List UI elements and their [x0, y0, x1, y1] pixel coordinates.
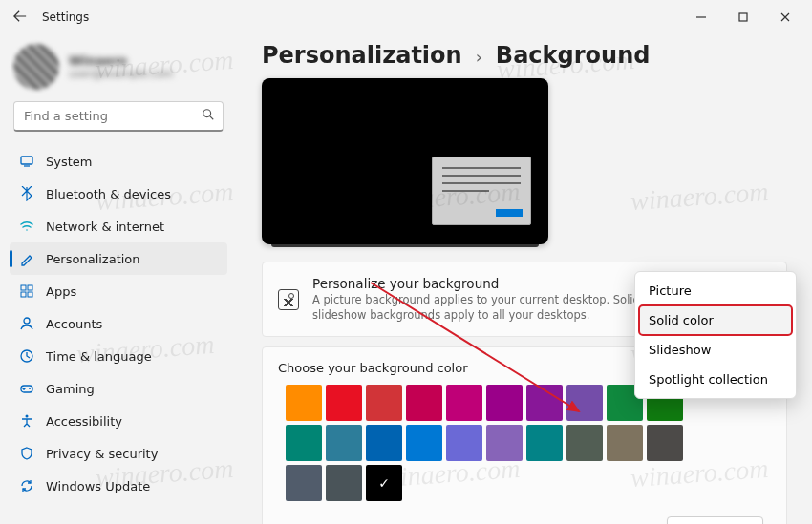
- sidebar-item-bluetooth[interactable]: Bluetooth & devices: [10, 178, 227, 210]
- close-icon: [780, 12, 790, 22]
- desktop-preview: [262, 78, 548, 244]
- color-swatch[interactable]: [446, 385, 482, 421]
- sidebar-item-label: Accessibility: [46, 414, 122, 429]
- sidebar-item-label: System: [46, 155, 92, 169]
- breadcrumb-parent[interactable]: Personalization: [262, 42, 462, 69]
- color-swatch[interactable]: [526, 425, 563, 461]
- color-swatch[interactable]: [326, 425, 362, 461]
- svg-rect-7: [28, 285, 32, 290]
- svg-point-14: [26, 415, 29, 418]
- sidebar-item-system[interactable]: System: [10, 145, 227, 178]
- sidebar-item-network[interactable]: Network & internet: [10, 210, 227, 242]
- sidebar-item-time[interactable]: Time & language: [10, 340, 227, 372]
- color-swatch[interactable]: [286, 465, 322, 501]
- dropdown-option-picture[interactable]: Picture: [639, 276, 792, 305]
- sidebar-item-label: Apps: [46, 284, 76, 299]
- view-colors-button[interactable]: View colors: [667, 516, 763, 524]
- update-icon: [19, 478, 34, 493]
- svg-rect-8: [21, 292, 26, 297]
- chevron-right-icon: ›: [476, 47, 482, 67]
- wifi-icon: [19, 219, 34, 234]
- paint-icon: [19, 251, 34, 266]
- sidebar-item-label: Time & language: [46, 349, 152, 364]
- color-swatch[interactable]: [286, 425, 322, 461]
- color-swatch[interactable]: [406, 385, 442, 421]
- search-box[interactable]: [13, 101, 224, 132]
- custom-colors-row: Custom colors View colors: [278, 509, 771, 524]
- sidebar-item-label: Bluetooth & devices: [46, 187, 171, 201]
- color-swatches: [286, 385, 696, 501]
- maximize-button[interactable]: [722, 3, 764, 31]
- gaming-icon: [19, 381, 34, 396]
- color-swatch[interactable]: [526, 385, 563, 421]
- svg-rect-9: [28, 292, 32, 297]
- color-swatch[interactable]: [566, 425, 603, 461]
- window-title: Settings: [42, 10, 89, 24]
- sidebar-item-update[interactable]: Windows Update: [10, 470, 227, 502]
- sidebar: Winaero user@example.com SystemBluetooth…: [0, 34, 237, 524]
- svg-rect-1: [739, 13, 747, 21]
- sidebar-item-label: Gaming: [46, 382, 95, 396]
- titlebar: Settings: [0, 0, 812, 34]
- breadcrumb: Personalization › Background: [262, 42, 787, 69]
- sidebar-item-privacy[interactable]: Privacy & security: [10, 437, 227, 470]
- breadcrumb-current: Background: [496, 42, 651, 69]
- color-swatch[interactable]: [406, 425, 442, 461]
- apps-icon: [19, 283, 34, 299]
- color-swatch[interactable]: [566, 385, 603, 421]
- bluetooth-icon: [19, 186, 34, 201]
- color-swatch[interactable]: [366, 425, 402, 461]
- minimize-icon: [696, 12, 706, 22]
- color-swatch[interactable]: [486, 385, 523, 421]
- clock-icon: [19, 348, 34, 364]
- maximize-icon: [738, 12, 748, 22]
- color-swatch[interactable]: [286, 385, 322, 421]
- dropdown-option-spotlight-collection[interactable]: Spotlight collection: [639, 365, 792, 394]
- search-icon: [202, 107, 215, 125]
- svg-rect-4: [21, 157, 32, 164]
- sidebar-item-label: Accounts: [46, 317, 102, 331]
- avatar: [13, 44, 59, 90]
- preview-window: [432, 157, 531, 225]
- user-email: user@example.com: [69, 68, 173, 80]
- picture-icon: [278, 289, 299, 310]
- minimize-button[interactable]: [680, 3, 722, 31]
- svg-point-10: [24, 318, 30, 324]
- color-swatch[interactable]: [326, 385, 362, 421]
- color-swatch[interactable]: [326, 465, 362, 501]
- accessibility-icon: [19, 413, 34, 429]
- sidebar-item-accessibility[interactable]: Accessibility: [10, 405, 227, 437]
- color-swatch[interactable]: [366, 465, 402, 501]
- system-icon: [19, 154, 34, 169]
- sidebar-item-apps[interactable]: Apps: [10, 275, 227, 307]
- background-type-dropdown[interactable]: PictureSolid colorSlideshowSpotlight col…: [634, 271, 797, 399]
- dropdown-option-slideshow[interactable]: Slideshow: [639, 335, 792, 365]
- sidebar-item-personalization[interactable]: Personalization: [10, 242, 227, 275]
- close-button[interactable]: [764, 3, 806, 31]
- sidebar-item-gaming[interactable]: Gaming: [10, 372, 227, 405]
- arrow-left-icon: [13, 10, 27, 23]
- dropdown-option-solid-color[interactable]: Solid color: [639, 305, 792, 335]
- svg-line-3: [210, 116, 214, 120]
- svg-rect-6: [21, 285, 26, 290]
- color-swatch[interactable]: [366, 385, 402, 421]
- color-swatch[interactable]: [486, 425, 523, 461]
- color-swatch[interactable]: [446, 425, 482, 461]
- person-icon: [19, 316, 34, 331]
- main-panel: Personalization › Background Personalize…: [237, 34, 812, 524]
- shield-icon: [19, 446, 34, 461]
- user-name: Winaero: [69, 53, 173, 68]
- sidebar-item-label: Privacy & security: [46, 447, 158, 461]
- color-swatch[interactable]: [607, 425, 643, 461]
- sidebar-item-accounts[interactable]: Accounts: [10, 307, 227, 340]
- svg-point-13: [29, 388, 31, 389]
- back-button[interactable]: [6, 10, 34, 26]
- color-swatch[interactable]: [647, 425, 683, 461]
- sidebar-item-label: Personalization: [46, 252, 140, 266]
- user-account[interactable]: Winaero user@example.com: [13, 44, 224, 90]
- svg-point-2: [203, 110, 211, 117]
- sidebar-item-label: Network & internet: [46, 220, 164, 234]
- search-input[interactable]: [24, 109, 202, 123]
- sidebar-nav: SystemBluetooth & devicesNetwork & inter…: [10, 145, 227, 502]
- sidebar-item-label: Windows Update: [46, 479, 150, 493]
